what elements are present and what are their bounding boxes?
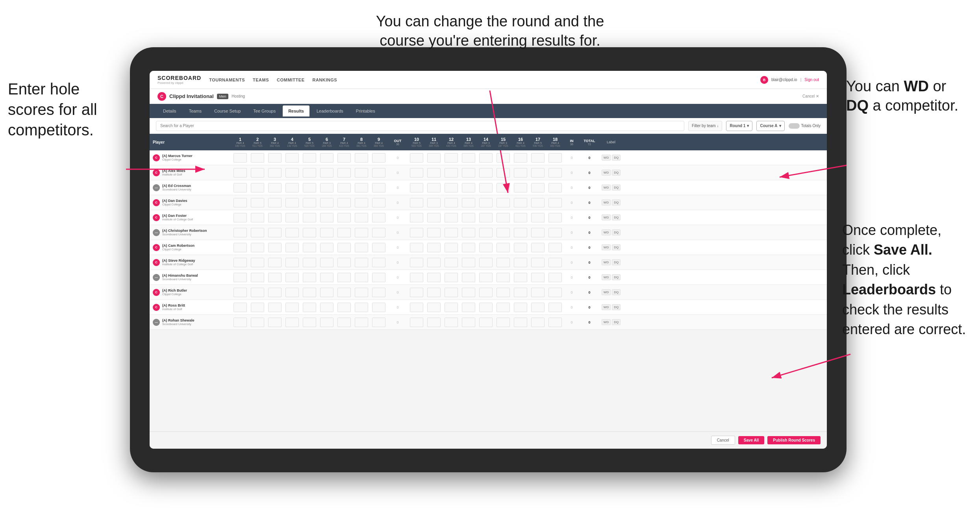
hole-6-cell[interactable] <box>318 198 335 207</box>
hole-13-cell[interactable] <box>460 213 477 222</box>
score-box-4[interactable] <box>285 228 299 237</box>
dq-button[interactable]: DQ <box>612 200 621 205</box>
hole-16-cell[interactable] <box>512 153 529 163</box>
hole-18-cell[interactable] <box>547 303 564 312</box>
hole-13-cell[interactable] <box>460 228 477 237</box>
score-box-7[interactable] <box>337 243 351 252</box>
score-box-11[interactable] <box>427 228 441 237</box>
score-box-9[interactable] <box>372 303 385 312</box>
score-box-11[interactable] <box>427 168 441 178</box>
wd-button[interactable]: WD <box>602 155 611 161</box>
hole-4-cell[interactable] <box>283 183 301 192</box>
score-box-13[interactable] <box>462 273 475 282</box>
hole-8-cell[interactable] <box>353 288 370 297</box>
dq-button[interactable]: DQ <box>612 214 621 220</box>
hole-4-cell[interactable] <box>283 318 301 327</box>
score-box-14[interactable] <box>479 273 493 282</box>
score-box-4[interactable] <box>285 183 299 192</box>
score-box-3[interactable] <box>268 228 282 237</box>
hole-11-cell[interactable] <box>425 213 443 222</box>
hole-10-cell[interactable] <box>408 183 425 192</box>
hole-13-cell[interactable] <box>460 243 477 252</box>
hole-2-cell[interactable] <box>249 153 266 163</box>
hole-5-cell[interactable] <box>301 258 318 267</box>
score-box-2[interactable] <box>251 288 264 297</box>
score-box-17[interactable] <box>531 183 545 192</box>
hole-17-cell[interactable] <box>529 228 547 237</box>
score-box-10[interactable] <box>410 243 423 252</box>
hole-4-cell[interactable] <box>283 153 301 163</box>
score-box-14[interactable] <box>479 168 493 178</box>
score-box-3[interactable] <box>268 273 282 282</box>
score-box-11[interactable] <box>427 183 441 192</box>
hole-2-cell[interactable] <box>249 258 266 267</box>
score-box-16[interactable] <box>514 288 527 297</box>
score-box-12[interactable] <box>445 303 458 312</box>
score-box-9[interactable] <box>372 168 385 178</box>
hole-9-cell[interactable] <box>370 288 387 297</box>
hole-8-cell[interactable] <box>353 153 370 163</box>
hole-3-cell[interactable] <box>266 198 283 207</box>
score-box-7[interactable] <box>337 168 351 178</box>
score-box-18[interactable] <box>548 288 562 297</box>
hole-8-cell[interactable] <box>353 273 370 282</box>
nav-teams[interactable]: TEAMS <box>253 78 269 82</box>
hole-18-cell[interactable] <box>547 273 564 282</box>
hole-17-cell[interactable] <box>529 273 547 282</box>
hole-9-cell[interactable] <box>370 168 387 178</box>
hole-15-cell[interactable] <box>495 273 512 282</box>
score-box-14[interactable] <box>479 228 493 237</box>
score-box-5[interactable] <box>303 243 316 252</box>
hole-3-cell[interactable] <box>266 288 283 297</box>
hole-9-cell[interactable] <box>370 243 387 252</box>
score-box-2[interactable] <box>251 258 264 267</box>
hole-5-cell[interactable] <box>301 168 318 178</box>
score-box-10[interactable] <box>410 168 423 178</box>
hole-8-cell[interactable] <box>353 213 370 222</box>
hole-3-cell[interactable] <box>266 183 283 192</box>
hole-7-cell[interactable] <box>335 303 353 312</box>
wd-button[interactable]: WD <box>602 244 611 250</box>
score-box-12[interactable] <box>445 288 458 297</box>
hole-1-cell[interactable] <box>232 288 249 297</box>
score-box-4[interactable] <box>285 318 299 327</box>
score-box-11[interactable] <box>427 303 441 312</box>
score-box-18[interactable] <box>548 273 562 282</box>
score-box-15[interactable] <box>496 288 510 297</box>
hole-12-cell[interactable] <box>443 198 460 207</box>
score-box-13[interactable] <box>462 183 475 192</box>
hole-7-cell[interactable] <box>335 153 353 163</box>
hole-5-cell[interactable] <box>301 243 318 252</box>
hole-15-cell[interactable] <box>495 288 512 297</box>
hole-4-cell[interactable] <box>283 213 301 222</box>
score-box-13[interactable] <box>462 318 475 327</box>
hole-15-cell[interactable] <box>495 198 512 207</box>
hole-1-cell[interactable] <box>232 213 249 222</box>
hole-2-cell[interactable] <box>249 303 266 312</box>
tab-tee-groups[interactable]: Tee Groups <box>248 105 281 116</box>
dq-button[interactable]: DQ <box>612 185 621 190</box>
hole-3-cell[interactable] <box>266 153 283 163</box>
hole-10-cell[interactable] <box>408 303 425 312</box>
hole-15-cell[interactable] <box>495 183 512 192</box>
hole-17-cell[interactable] <box>529 153 547 163</box>
score-box-7[interactable] <box>337 303 351 312</box>
score-box-14[interactable] <box>479 288 493 297</box>
hole-2-cell[interactable] <box>249 213 266 222</box>
hole-7-cell[interactable] <box>335 168 353 178</box>
hole-3-cell[interactable] <box>266 243 283 252</box>
hole-14-cell[interactable] <box>477 318 495 327</box>
wd-button[interactable]: WD <box>602 200 611 205</box>
score-box-8[interactable] <box>355 243 368 252</box>
hole-15-cell[interactable] <box>495 258 512 267</box>
score-box-8[interactable] <box>355 213 368 222</box>
dq-button[interactable]: DQ <box>612 304 621 310</box>
cancel-footer-button[interactable]: Cancel <box>711 436 735 445</box>
score-box-1[interactable] <box>233 288 247 297</box>
score-box-15[interactable] <box>496 153 510 163</box>
score-box-1[interactable] <box>233 243 247 252</box>
score-box-12[interactable] <box>445 213 458 222</box>
hole-11-cell[interactable] <box>425 153 443 163</box>
score-box-16[interactable] <box>514 303 527 312</box>
hole-9-cell[interactable] <box>370 273 387 282</box>
